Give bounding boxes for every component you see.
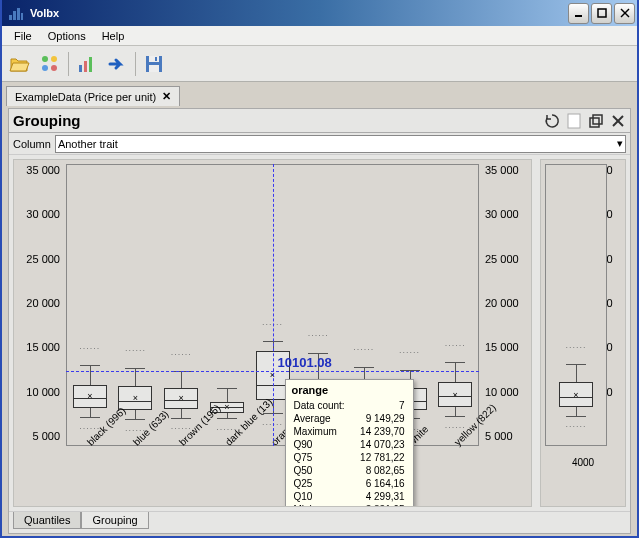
svg-rect-1 xyxy=(13,11,16,20)
menu-options[interactable]: Options xyxy=(40,28,94,44)
toolbar-separator xyxy=(135,52,136,76)
grouping-panel: Grouping Column Another trait ▾ 35 00030… xyxy=(8,108,631,534)
chart-button[interactable] xyxy=(73,50,101,78)
svg-point-8 xyxy=(42,56,48,62)
close-button[interactable] xyxy=(614,3,635,24)
minimize-button[interactable] xyxy=(568,3,589,24)
panel-header: Grouping xyxy=(9,109,630,133)
document-tab-label: ExampleData (Price per unit) xyxy=(15,91,156,103)
svg-point-11 xyxy=(51,65,57,71)
tooltip-title: orange xyxy=(292,384,407,396)
svg-rect-20 xyxy=(590,118,599,127)
column-row: Column Another trait ▾ xyxy=(9,133,630,155)
svg-rect-3 xyxy=(21,13,23,20)
svg-point-10 xyxy=(42,65,48,71)
x-axis-side: 4000 xyxy=(545,448,621,506)
y-axis-left: 35 00030 00025 00020 00015 00010 0005 00… xyxy=(14,160,64,446)
column-select[interactable]: Another trait ▾ xyxy=(55,135,626,153)
window-controls xyxy=(568,3,635,24)
config-button[interactable] xyxy=(36,50,64,78)
maximize-button[interactable] xyxy=(591,3,612,24)
main-plot[interactable]: 35 00030 00025 00020 00015 00010 0005 00… xyxy=(13,159,532,507)
svg-point-9 xyxy=(51,56,57,62)
tooltip-table: Data count:7Average9 149,29Maximum14 239… xyxy=(292,398,407,507)
menu-help[interactable]: Help xyxy=(94,28,133,44)
new-page-button[interactable] xyxy=(564,111,584,131)
svg-rect-21 xyxy=(593,115,602,124)
plot-body-side: ×············ xyxy=(545,164,607,446)
summary-plot[interactable]: 35 00030 00025 00020 00015 00010 0005 00… xyxy=(540,159,626,507)
document-tab[interactable]: ExampleData (Price per unit) ✕ xyxy=(6,86,180,106)
refresh-button[interactable] xyxy=(542,111,562,131)
panel-title: Grouping xyxy=(9,110,542,131)
restore-button[interactable] xyxy=(586,111,606,131)
svg-rect-13 xyxy=(84,61,87,72)
svg-rect-17 xyxy=(149,65,159,72)
tooltip: orange Data count:7Average9 149,29Maximu… xyxy=(285,379,414,507)
export-button[interactable] xyxy=(103,50,131,78)
menu-bar: File Options Help xyxy=(2,26,637,46)
menu-file[interactable]: File xyxy=(6,28,40,44)
window-title: Volbx xyxy=(28,7,568,19)
column-label: Column xyxy=(13,138,51,150)
crosshair-vertical xyxy=(273,164,274,446)
save-button[interactable] xyxy=(140,50,168,78)
toolbar-separator xyxy=(68,52,69,76)
crosshair-value: 10101.08 xyxy=(278,355,332,370)
x-axis-labels: black (996)blue (633)brown (195)dark blu… xyxy=(66,448,479,506)
panel-close-button[interactable] xyxy=(608,111,628,131)
document-tabbar: ExampleData (Price per unit) ✕ xyxy=(2,82,637,106)
column-select-value: Another trait xyxy=(58,138,118,150)
svg-rect-18 xyxy=(155,57,157,61)
toolbar xyxy=(2,46,637,82)
dropdown-icon: ▾ xyxy=(617,137,623,150)
svg-rect-16 xyxy=(149,56,159,62)
svg-rect-14 xyxy=(89,57,92,72)
svg-rect-0 xyxy=(9,15,12,20)
svg-rect-19 xyxy=(568,114,580,128)
tab-quantiles[interactable]: Quantiles xyxy=(13,512,81,529)
side-label: 4000 xyxy=(545,457,621,468)
tab-grouping[interactable]: Grouping xyxy=(81,512,148,529)
tab-close-icon[interactable]: ✕ xyxy=(162,90,171,103)
svg-rect-12 xyxy=(79,65,82,72)
app-icon xyxy=(8,5,24,21)
crosshair-horizontal xyxy=(66,371,479,372)
chart-area: 35 00030 00025 00020 00015 00010 0005 00… xyxy=(9,155,630,511)
title-bar[interactable]: Volbx xyxy=(2,0,637,26)
open-button[interactable] xyxy=(6,50,34,78)
svg-rect-5 xyxy=(598,9,606,17)
svg-rect-2 xyxy=(17,8,20,20)
bottom-tabs: Quantiles Grouping xyxy=(9,511,630,533)
main-window: Volbx File Options Help ExampleData (Pri… xyxy=(0,0,639,538)
